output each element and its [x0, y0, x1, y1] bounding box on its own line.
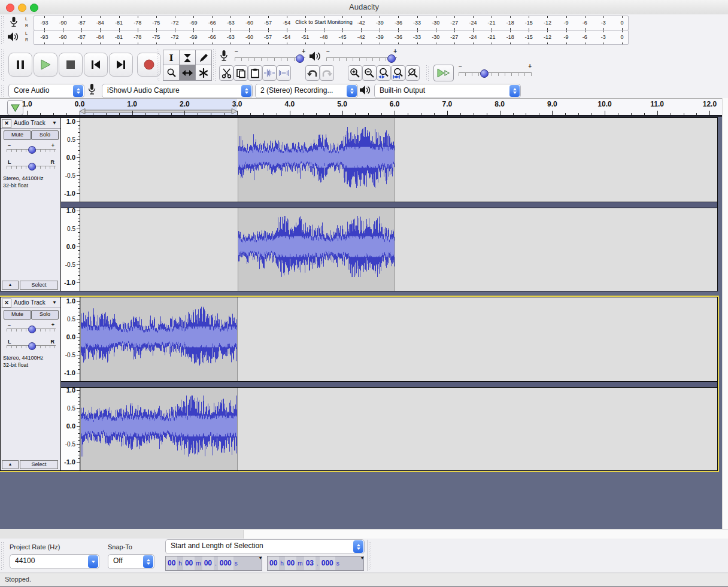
slider-thumb[interactable]: [28, 146, 36, 154]
audio-host-dropdown[interactable]: Core Audio: [8, 84, 84, 98]
monitoring-hint-text[interactable]: Click to Start Monitoring: [293, 19, 355, 25]
time-digit-group[interactable]: 000: [218, 556, 233, 570]
vertical-scale-ruler[interactable]: 1.00.50.0-0.5-1.0: [61, 118, 80, 202]
time-unit-label[interactable]: s: [233, 556, 239, 570]
envelope-tool-button[interactable]: [179, 50, 196, 66]
pan-slider[interactable]: LR: [7, 161, 56, 171]
solo-button[interactable]: Solo: [31, 130, 59, 140]
audio-track[interactable]: ✕Audio Track▼MuteSolo–+LRStereo, 44100Hz…: [0, 117, 718, 291]
mute-button[interactable]: Mute: [4, 130, 31, 140]
mute-button[interactable]: Mute: [4, 310, 31, 320]
microphone-icon[interactable]: [8, 16, 19, 29]
tools-toolbar-grip[interactable]: [157, 49, 160, 81]
recording-meter[interactable]: -93-90-87-84-81-78-75-72-69-66-63-60-57-…: [34, 16, 629, 31]
time-digit-group[interactable]: 00: [202, 556, 214, 570]
track-title[interactable]: Audio Track: [14, 120, 46, 126]
selection-length-field[interactable]: 00h00m03.000s▾: [267, 556, 364, 571]
paste-button[interactable]: [248, 65, 262, 81]
time-digit-group[interactable]: 00: [285, 556, 296, 570]
zoom-out-button[interactable]: [362, 65, 377, 81]
playback-meter[interactable]: -93-90-87-84-81-78-75-72-69-66-63-60-57-…: [34, 30, 629, 45]
waveform-channel[interactable]: [80, 207, 717, 291]
fit-selection-button[interactable]: [377, 65, 391, 81]
waveform-channel[interactable]: [80, 118, 717, 202]
time-digit-group[interactable]: 000: [320, 556, 335, 570]
selection-tool-button[interactable]: I: [163, 50, 180, 66]
zoom-in-button[interactable]: [348, 65, 362, 81]
vertical-scrollbar[interactable]: [722, 98, 728, 529]
vertical-scale-ruler[interactable]: 1.00.50.0-0.5-1.0: [61, 387, 80, 470]
waveform-channel[interactable]: [80, 387, 717, 470]
zoom-toggle-button[interactable]: [405, 65, 420, 81]
track-menu-arrow-icon[interactable]: ▼: [52, 300, 57, 305]
undo-button[interactable]: [305, 65, 320, 81]
silence-audio-button[interactable]: [277, 65, 291, 81]
snap-to-dropdown[interactable]: Off: [108, 554, 154, 569]
zoom-tool-button[interactable]: [163, 65, 180, 81]
time-format-arrow[interactable]: ▾: [259, 555, 262, 561]
time-unit-label[interactable]: s: [335, 556, 341, 570]
time-digit-group[interactable]: 00: [166, 556, 177, 570]
time-toolbar-grip[interactable]: [369, 542, 372, 570]
time-format-arrow[interactable]: ▾: [361, 555, 363, 561]
play-at-speed-button[interactable]: [433, 65, 454, 81]
skip-to-end-button[interactable]: [109, 53, 133, 77]
pinned-play-head-button[interactable]: [7, 100, 23, 115]
vertical-scale-ruler[interactable]: 1.00.50.0-0.5-1.0: [61, 207, 80, 291]
close-track-button[interactable]: ✕: [2, 299, 11, 308]
multi-tool-button[interactable]: [195, 65, 212, 81]
play-button[interactable]: [34, 53, 57, 77]
draw-tool-button[interactable]: [195, 50, 212, 66]
time-digit-group[interactable]: 00: [183, 556, 195, 570]
skip-to-start-button[interactable]: [84, 53, 108, 77]
pause-button[interactable]: [8, 53, 32, 77]
horizontal-scrollbar-thumb[interactable]: [0, 530, 244, 539]
time-unit-label[interactable]: h: [279, 556, 285, 570]
audio-track[interactable]: ✕Audio Track▼MuteSolo–+LRStereo, 44100Hz…: [0, 297, 718, 471]
playback-speed-slider[interactable]: – +: [459, 69, 532, 78]
gain-slider[interactable]: –+: [7, 324, 56, 333]
track-area[interactable]: ✕Audio Track▼MuteSolo–+LRStereo, 44100Hz…: [0, 117, 722, 529]
recording-volume-slider[interactable]: – +: [235, 54, 305, 63]
transport-toolbar-grip[interactable]: [1, 49, 4, 81]
slider-thumb[interactable]: [28, 342, 36, 350]
time-digit-group[interactable]: 03: [304, 556, 316, 570]
trim-audio-button[interactable]: [262, 65, 277, 81]
waveform-channel[interactable]: [80, 297, 717, 381]
time-unit-label[interactable]: .: [316, 556, 320, 570]
close-track-button[interactable]: ✕: [2, 119, 11, 128]
play-at-speed-grip[interactable]: [426, 65, 429, 81]
recording-device-dropdown[interactable]: iShowU Audio Capture: [102, 84, 253, 98]
fit-project-button[interactable]: [391, 65, 405, 81]
project-rate-dropdown[interactable]: 44100: [10, 554, 99, 569]
track-title[interactable]: Audio Track: [14, 299, 46, 306]
time-digit-group[interactable]: 00: [268, 556, 279, 570]
selection-mode-dropdown[interactable]: Start and Length of Selection: [165, 539, 365, 554]
playback-volume-slider[interactable]: – +: [326, 54, 397, 63]
slider-thumb[interactable]: [28, 163, 36, 171]
time-unit-label[interactable]: h: [177, 556, 183, 570]
playback-meter-grip[interactable]: [1, 31, 4, 44]
time-shift-tool-button[interactable]: [179, 65, 196, 81]
time-unit-label[interactable]: .: [214, 556, 218, 570]
recording-meter-grip[interactable]: [1, 16, 4, 29]
select-track-button[interactable]: Select: [20, 460, 58, 469]
slider-thumb[interactable]: [28, 326, 36, 333]
gain-slider[interactable]: –+: [7, 144, 56, 154]
collapse-track-button[interactable]: ▲: [2, 460, 19, 469]
solo-button[interactable]: Solo: [31, 310, 59, 320]
copy-button[interactable]: [233, 65, 248, 81]
device-toolbar-grip[interactable]: [1, 85, 4, 97]
timeline-ruler[interactable]: 1.00.01.02.03.04.05.06.07.08.09.010.011.…: [0, 98, 728, 115]
playback-device-dropdown[interactable]: Built-in Output: [374, 84, 521, 98]
vertical-scale-ruler[interactable]: 1.00.50.0-0.5-1.0: [61, 297, 80, 381]
track-menu-arrow-icon[interactable]: ▼: [52, 120, 57, 126]
speaker-icon[interactable]: [7, 32, 19, 42]
select-track-button[interactable]: Select: [20, 281, 58, 290]
stop-button[interactable]: [59, 53, 83, 77]
redo-button[interactable]: [320, 65, 334, 81]
mixer-toolbar-grip[interactable]: [213, 49, 216, 81]
pan-slider[interactable]: LR: [7, 340, 56, 350]
collapse-track-button[interactable]: ▲: [2, 281, 19, 290]
horizontal-scrollbar[interactable]: [0, 529, 728, 539]
